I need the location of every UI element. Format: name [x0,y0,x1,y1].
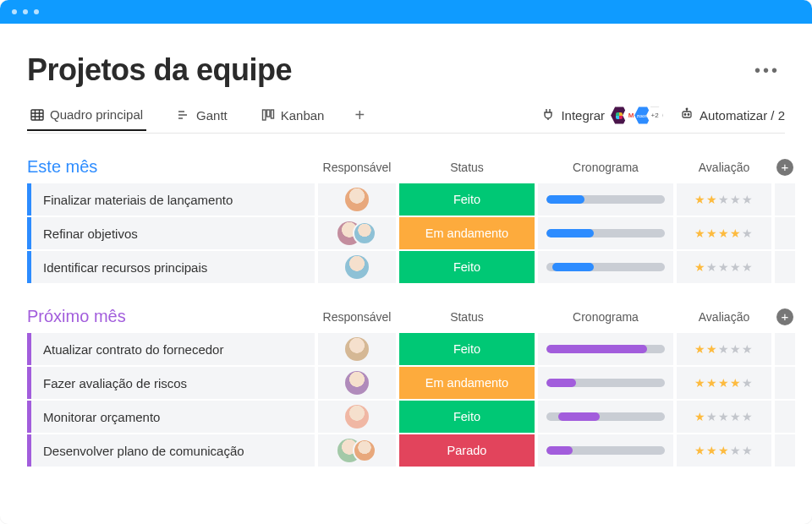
rating-cell[interactable]: ★★★★★ [677,183,771,216]
star-icon: ★ [730,342,742,356]
star-icon: ★ [742,376,754,390]
owner-cell[interactable] [318,217,396,249]
owner-cell[interactable] [318,183,396,216]
status-cell[interactable]: Feito [399,333,535,365]
integrate-button[interactable]: Integrar M zoom +2 [541,106,663,132]
svg-point-12 [684,114,686,116]
avatar [345,371,369,395]
star-icon: ★ [742,227,754,240]
status-cell[interactable]: Em andamento [399,367,535,399]
rating-cell[interactable]: ★★★★★ [677,251,771,283]
column-header-status: Status [399,310,535,324]
star-icon: ★ [730,227,742,240]
svg-rect-8 [262,110,266,120]
row-tail [775,367,795,399]
avatar [353,439,376,462]
task-cell[interactable]: Monitorar orçamento [27,401,315,433]
avatar [345,255,369,279]
status-cell[interactable]: Em andamento [399,217,535,249]
star-icon: ★ [730,376,742,390]
rating-cell[interactable]: ★★★★★ [677,434,771,467]
status-cell[interactable]: Feito [399,251,535,283]
add-column-button[interactable]: + [776,308,793,325]
column-header-owner: Responsável [318,161,396,174]
star-icon: ★ [694,444,706,457]
star-icon: ★ [718,342,730,356]
rating-cell[interactable]: ★★★★★ [677,401,771,433]
timeline-cell[interactable] [538,251,673,283]
traffic-dot-icon [34,9,39,14]
automate-label: Automatizar / 2 [700,108,785,123]
star-icon: ★ [730,444,742,457]
star-icon: ★ [706,193,718,206]
owner-cell[interactable] [318,401,396,433]
kanban-icon [261,108,275,122]
gantt-icon [177,108,190,122]
owner-cell[interactable] [318,251,396,283]
traffic-dot-icon [23,9,28,14]
group-title[interactable]: Próximo mês [27,307,315,326]
plug-icon [541,107,555,123]
star-icon: ★ [718,227,730,240]
svg-point-15 [686,108,688,110]
task-cell[interactable]: Finalizar materiais de lançamento [27,183,315,216]
row-tail [775,217,795,249]
window-titlebar [0,0,812,24]
row-tail [775,251,795,283]
star-icon: ★ [718,410,730,423]
add-view-button[interactable]: + [354,106,365,132]
tab-label: Quadro principal [50,107,143,122]
automate-button[interactable]: Automatizar / 2 [680,107,785,130]
star-icon: ★ [718,376,730,390]
robot-icon [680,107,694,123]
status-cell[interactable]: Feito [399,401,535,433]
timeline-cell[interactable] [538,217,673,249]
star-icon: ★ [742,444,754,457]
status-cell[interactable]: Feito [399,183,535,216]
star-icon: ★ [694,193,706,206]
row-tail [775,401,795,433]
star-icon: ★ [730,193,742,206]
task-cell[interactable]: Desenvolver plano de comunicação [27,434,315,467]
more-integrations-badge: +2 [646,106,663,125]
timeline-cell[interactable] [538,333,673,365]
star-icon: ★ [706,342,718,356]
owner-cell[interactable] [318,367,396,399]
star-icon: ★ [706,227,718,240]
owner-cell[interactable] [318,333,396,365]
svg-point-13 [688,114,689,116]
star-icon: ★ [694,260,706,274]
table-icon [30,108,44,122]
timeline-cell[interactable] [538,434,673,467]
tab-main-board[interactable]: Quadro principal [27,107,146,131]
group-title[interactable]: Este mês [27,157,315,177]
timeline-cell[interactable] [538,367,673,399]
column-header-status: Status [399,161,535,174]
avatar [345,337,369,361]
task-cell[interactable]: Fazer avaliação de riscos [27,367,315,399]
row-tail [775,183,795,216]
owner-cell[interactable] [318,434,396,467]
tab-gantt[interactable]: Gantt [173,108,231,130]
rating-cell[interactable]: ★★★★★ [677,217,771,249]
tab-kanban[interactable]: Kanban [258,108,328,130]
task-cell[interactable]: Refinar objetivos [27,217,315,249]
timeline-cell[interactable] [538,183,673,216]
task-cell[interactable]: Atualizar contrato do fornecedor [27,333,315,365]
svg-rect-9 [266,110,270,117]
task-cell[interactable]: Identificar recursos principais [27,251,315,283]
star-icon: ★ [706,410,718,423]
avatar [345,405,369,428]
star-icon: ★ [718,193,730,206]
star-icon: ★ [694,342,706,356]
star-icon: ★ [730,410,742,423]
timeline-cell[interactable] [538,401,673,433]
rating-cell[interactable]: ★★★★★ [677,367,771,399]
avatar [353,221,376,245]
add-column-button[interactable]: + [776,159,793,176]
star-icon: ★ [718,260,730,274]
rating-cell[interactable]: ★★★★★ [677,333,771,365]
star-icon: ★ [730,260,742,274]
more-options-button[interactable]: ••• [754,61,785,80]
status-cell[interactable]: Parado [399,434,535,467]
